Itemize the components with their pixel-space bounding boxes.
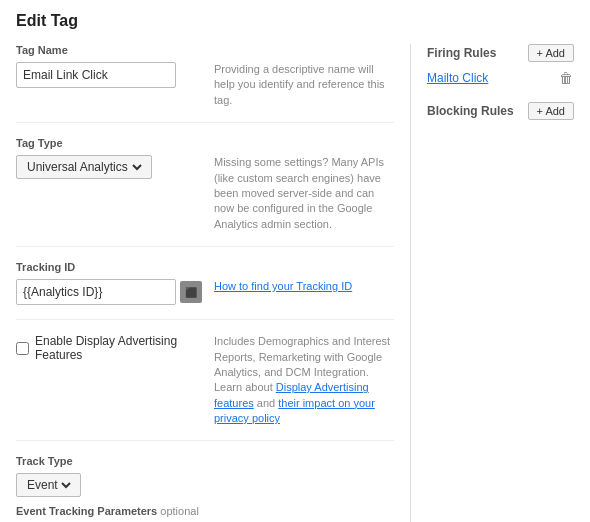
firing-rule-delete-icon[interactable]: 🗑 — [558, 70, 574, 86]
tag-name-input[interactable] — [16, 62, 176, 88]
blocking-rules-section: Blocking Rules + Add — [427, 102, 574, 120]
display-advertising-label: Enable Display Advertising Features — [35, 334, 202, 362]
firing-rule-link[interactable]: Mailto Click — [427, 71, 488, 85]
display-advertising-checkbox[interactable] — [16, 342, 29, 355]
firing-rules-list: Mailto Click 🗑 — [427, 70, 574, 86]
tag-name-label: Tag Name — [16, 44, 394, 56]
display-ad-help2: and — [254, 397, 278, 409]
firing-rules-section: Firing Rules + Add Mailto Click 🗑 — [427, 44, 574, 86]
tracking-id-label: Tracking ID — [16, 261, 394, 273]
tag-name-help: Providing a descriptive name will help y… — [214, 62, 394, 108]
firing-rule-item: Mailto Click 🗑 — [427, 70, 574, 86]
tag-type-help: Missing some settings? Many APIs (like c… — [214, 155, 394, 232]
tag-type-select-wrapper[interactable]: Universal Analytics — [16, 155, 152, 179]
blocking-rules-title: Blocking Rules — [427, 104, 514, 118]
tag-type-select[interactable]: Universal Analytics — [23, 159, 145, 175]
page-title: Edit Tag — [16, 12, 574, 30]
blocking-rules-add-button[interactable]: + Add — [528, 102, 574, 120]
track-type-select-wrapper[interactable]: Event — [16, 473, 81, 497]
tracking-id-input[interactable] — [16, 279, 176, 305]
track-type-label: Track Type — [16, 455, 394, 467]
tag-type-label: Tag Type — [16, 137, 394, 149]
tracking-id-cube-icon[interactable] — [180, 281, 202, 303]
firing-rules-title: Firing Rules — [427, 46, 496, 60]
event-params-label: Event Tracking Parameters optional — [16, 505, 394, 517]
tracking-id-link[interactable]: How to find your Tracking ID — [214, 280, 352, 292]
track-type-select[interactable]: Event — [23, 477, 74, 493]
firing-rules-add-button[interactable]: + Add — [528, 44, 574, 62]
